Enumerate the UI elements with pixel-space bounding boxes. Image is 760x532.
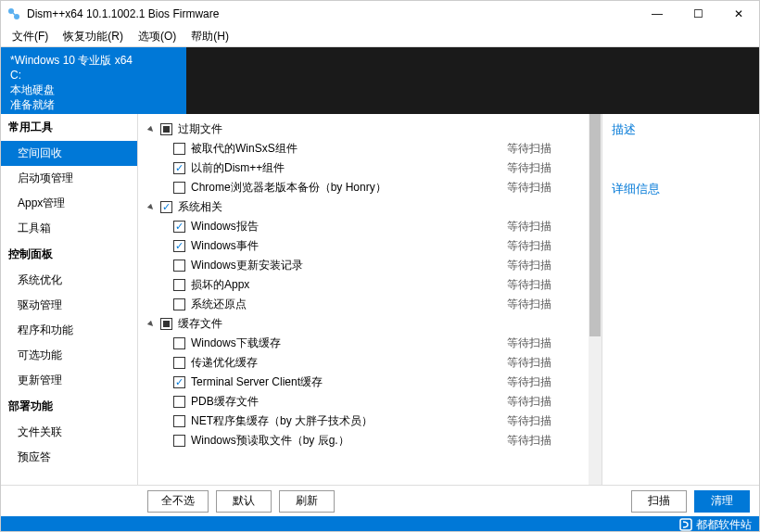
brand-icon xyxy=(679,518,692,531)
item-status: 等待扫描 xyxy=(507,180,581,196)
sidebar-item[interactable]: 更新管理 xyxy=(1,368,137,393)
info-drive: C: xyxy=(10,68,177,82)
maximize-button[interactable]: ☐ xyxy=(678,1,718,27)
menu-help[interactable]: 帮助(H) xyxy=(185,27,234,46)
collapse-icon[interactable] xyxy=(146,124,157,135)
sidebar-item[interactable]: 空间回收 xyxy=(1,141,137,166)
item-checkbox[interactable] xyxy=(173,415,185,427)
item-status: 等待扫描 xyxy=(507,277,581,293)
info-bar: *Windows 10 专业版 x64 C: 本地硬盘 准备就绪 xyxy=(1,47,759,114)
description-pane: 描述 详细信息 xyxy=(602,114,759,485)
group-label: 过期文件 xyxy=(178,121,222,137)
cleanup-item[interactable]: Windows事件等待扫描 xyxy=(146,236,581,256)
group-label: 缓存文件 xyxy=(178,316,222,332)
titlebar: Dism++x64 10.1.1002.1 Bios Firmware — ☐ … xyxy=(1,1,759,27)
cleanup-item[interactable]: Windows更新安装记录等待扫描 xyxy=(146,256,581,275)
menu-recovery[interactable]: 恢复功能(R) xyxy=(57,27,129,46)
item-checkbox[interactable] xyxy=(173,182,185,194)
group-label: 系统相关 xyxy=(178,199,222,215)
sidebar-item[interactable]: 启动项管理 xyxy=(1,166,137,191)
sidebar-item[interactable]: 驱动管理 xyxy=(1,293,137,318)
group-header[interactable]: 过期文件 xyxy=(146,120,581,139)
group-checkbox[interactable] xyxy=(160,201,172,213)
item-status: 等待扫描 xyxy=(507,219,581,234)
info-os: *Windows 10 专业版 x64 xyxy=(10,53,177,68)
group-header[interactable]: 缓存文件 xyxy=(146,314,581,334)
menubar: 文件(F) 恢复功能(R) 选项(O) 帮助(H) xyxy=(1,27,759,47)
sidebar-item[interactable]: 可选功能 xyxy=(1,343,137,368)
item-checkbox[interactable] xyxy=(173,337,185,349)
collapse-icon[interactable] xyxy=(146,319,157,330)
info-status: 准备就绪 xyxy=(10,97,177,112)
group-checkbox[interactable] xyxy=(160,123,172,135)
cleanup-item[interactable]: Windows下载缓存等待扫描 xyxy=(146,334,581,353)
collapse-icon[interactable] xyxy=(146,202,157,213)
default-button[interactable]: 默认 xyxy=(216,490,272,513)
bottom-toolbar: 全不选 默认 刷新 扫描 清理 xyxy=(1,485,759,516)
scan-button[interactable]: 扫描 xyxy=(631,490,687,513)
minimize-button[interactable]: — xyxy=(637,1,678,27)
sidebar-item[interactable]: 程序和功能 xyxy=(1,318,137,343)
item-label: PDB缓存文件 xyxy=(191,394,507,410)
item-label: Windows预读取文件（by 辰g.） xyxy=(191,433,507,449)
info-disk: 本地硬盘 xyxy=(10,82,177,97)
item-checkbox[interactable] xyxy=(173,357,185,369)
item-checkbox[interactable] xyxy=(173,435,185,447)
item-label: 被取代的WinSxS组件 xyxy=(191,141,507,157)
cleanup-item[interactable]: Chrome浏览器老版本备份（by Honry）等待扫描 xyxy=(146,178,581,197)
cleanup-item[interactable]: 系统还原点等待扫描 xyxy=(146,295,581,314)
item-status: 等待扫描 xyxy=(507,394,581,410)
item-label: Windows事件 xyxy=(191,238,507,254)
cleanup-item[interactable]: 被取代的WinSxS组件等待扫描 xyxy=(146,139,581,158)
item-label: Windows下载缓存 xyxy=(191,336,507,351)
item-checkbox[interactable] xyxy=(173,396,185,408)
sidebar-item[interactable]: 系统优化 xyxy=(1,268,137,293)
cleanup-item[interactable]: Windows报告等待扫描 xyxy=(146,217,581,236)
scrollbar[interactable] xyxy=(589,114,602,485)
cleanup-item[interactable]: PDB缓存文件等待扫描 xyxy=(146,392,581,412)
group-checkbox[interactable] xyxy=(160,318,172,330)
item-checkbox[interactable] xyxy=(173,279,185,291)
sidebar-section: 常用工具 xyxy=(1,114,137,141)
item-status: 等待扫描 xyxy=(507,160,581,176)
item-status: 等待扫描 xyxy=(507,141,581,157)
close-button[interactable]: ✕ xyxy=(718,1,759,27)
select-none-button[interactable]: 全不选 xyxy=(147,490,209,513)
cleanup-item[interactable]: NET程序集缓存（by 大胖子技术员）等待扫描 xyxy=(146,412,581,431)
sidebar-item[interactable]: 文件关联 xyxy=(1,420,137,445)
item-checkbox[interactable] xyxy=(173,260,185,272)
sidebar-item[interactable]: 预应答 xyxy=(1,445,137,470)
group-header[interactable]: 系统相关 xyxy=(146,197,581,217)
cleanup-item[interactable]: Windows预读取文件（by 辰g.）等待扫描 xyxy=(146,431,581,450)
system-info-block[interactable]: *Windows 10 专业版 x64 C: 本地硬盘 准备就绪 xyxy=(1,47,186,114)
item-checkbox[interactable] xyxy=(173,221,185,233)
item-checkbox[interactable] xyxy=(173,298,185,310)
item-checkbox[interactable] xyxy=(173,376,185,388)
item-status: 等待扫描 xyxy=(507,413,581,429)
item-checkbox[interactable] xyxy=(173,162,185,174)
brand-text: 都都软件站 xyxy=(696,517,752,533)
clean-button[interactable]: 清理 xyxy=(694,490,750,513)
cleanup-item[interactable]: 以前的Dism++组件等待扫描 xyxy=(146,158,581,178)
item-label: Terminal Server Client缓存 xyxy=(191,374,507,390)
refresh-button[interactable]: 刷新 xyxy=(279,490,335,513)
sidebar-item[interactable]: 工具箱 xyxy=(1,216,137,241)
item-label: NET程序集缓存（by 大胖子技术员） xyxy=(191,413,507,429)
cleanup-item[interactable]: 传递优化缓存等待扫描 xyxy=(146,353,581,373)
item-checkbox[interactable] xyxy=(173,143,185,155)
item-label: Windows更新安装记录 xyxy=(191,258,507,273)
cleanup-item[interactable]: 损坏的Appx等待扫描 xyxy=(146,275,581,295)
menu-file[interactable]: 文件(F) xyxy=(6,27,54,46)
cleanup-item[interactable]: Terminal Server Client缓存等待扫描 xyxy=(146,373,581,392)
sidebar-item[interactable]: Appx管理 xyxy=(1,191,137,216)
menu-options[interactable]: 选项(O) xyxy=(133,27,182,46)
window-title: Dism++x64 10.1.1002.1 Bios Firmware xyxy=(27,7,637,20)
item-label: 传递优化缓存 xyxy=(191,355,507,371)
item-checkbox[interactable] xyxy=(173,240,185,252)
item-label: 损坏的Appx xyxy=(191,277,507,293)
item-status: 等待扫描 xyxy=(507,355,581,371)
sidebar-section: 部署功能 xyxy=(1,393,137,420)
item-label: Chrome浏览器老版本备份（by Honry） xyxy=(191,180,507,196)
scrollbar-thumb[interactable] xyxy=(589,114,601,336)
item-label: 以前的Dism++组件 xyxy=(191,160,507,176)
